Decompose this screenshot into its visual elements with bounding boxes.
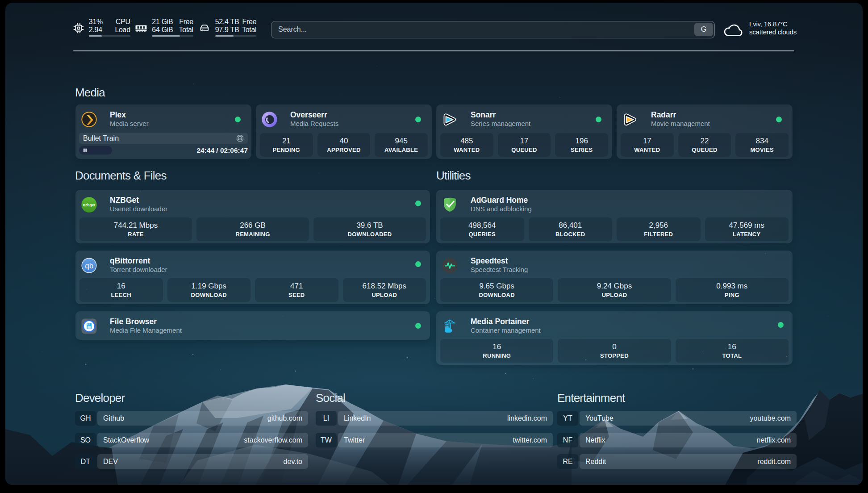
svg-text:qb: qb [85,262,93,270]
svg-text:nzbget: nzbget [83,203,96,207]
